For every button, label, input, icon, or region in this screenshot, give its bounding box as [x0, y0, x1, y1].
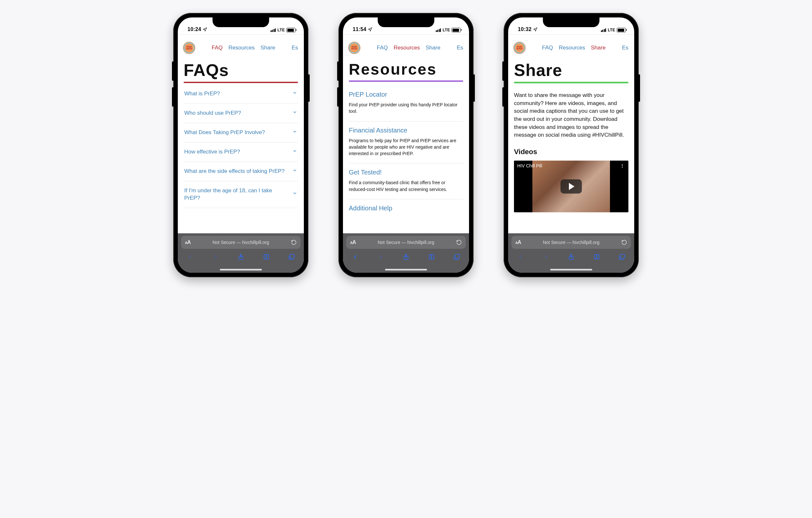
status-right: LTE	[601, 28, 626, 32]
refresh-icon[interactable]	[456, 239, 462, 245]
video-header: HIV Chill Pill ⋮	[517, 163, 625, 169]
status-right: LTE	[436, 28, 461, 32]
status-right: LTE	[270, 28, 295, 32]
location-arrow-icon	[533, 27, 538, 32]
phone-screen-share: 10:32 LTE END AIDS FAQ Resources Shar	[508, 18, 634, 273]
home-indicator[interactable]	[181, 266, 300, 273]
resource-item[interactable]: Additional Help	[349, 200, 463, 215]
address-bar[interactable]: AA Not Secure — hivchillpill.org	[346, 236, 466, 249]
nav-share[interactable]: Share	[591, 44, 605, 51]
nav-share[interactable]: Share	[261, 44, 275, 51]
refresh-icon[interactable]	[291, 239, 297, 245]
page-content-resources[interactable]: Resources PrEP Locator Find your PrEP pr…	[343, 60, 469, 233]
nav-resources[interactable]: Resources	[559, 44, 585, 51]
tabs-icon[interactable]	[617, 253, 627, 261]
faq-question: How effective is PrEP?	[184, 148, 240, 156]
text-size-button[interactable]: AA	[350, 239, 356, 245]
chevron-down-icon	[292, 168, 297, 175]
resource-item[interactable]: Get Tested! Find a community-based clini…	[349, 163, 463, 200]
home-indicator[interactable]	[346, 266, 466, 273]
share-icon[interactable]	[567, 253, 576, 261]
back-button[interactable]	[185, 254, 195, 260]
nav-center: FAQ Resources Share	[362, 44, 455, 51]
page-content-faq[interactable]: FAQs What is PrEP? Who should use PrEP? …	[178, 60, 304, 233]
faq-item[interactable]: Who should use PrEP?	[183, 104, 298, 123]
status-bar: 10:24 LTE	[178, 18, 304, 34]
status-time: 10:24	[187, 27, 201, 32]
status-left: 11:54	[353, 27, 372, 32]
share-icon[interactable]	[402, 253, 410, 261]
videos-heading: Videos	[514, 148, 629, 156]
end-aids-logo[interactable]: END AIDS	[348, 42, 360, 54]
status-bar: 11:54 LTE	[343, 18, 469, 34]
nav-language-toggle[interactable]: Es	[457, 44, 464, 51]
site-nav: END AIDS FAQ Resources Share Es	[508, 35, 634, 60]
back-button[interactable]	[351, 254, 360, 260]
end-aids-logo[interactable]: END AIDS	[183, 42, 195, 54]
refresh-icon[interactable]	[621, 239, 627, 245]
faq-question: If I'm under the age of 18, can I take P…	[184, 187, 286, 202]
safari-toolbar: AA Not Secure — hivchillpill.org	[343, 233, 469, 273]
text-size-button[interactable]: AA	[515, 239, 521, 245]
nav-resources[interactable]: Resources	[394, 44, 420, 51]
play-icon[interactable]	[560, 179, 582, 193]
chevron-down-icon	[292, 90, 297, 98]
status-time: 11:54	[353, 27, 366, 32]
resource-desc: Find your PrEP provider using this handy…	[349, 101, 463, 115]
resource-item[interactable]: PrEP Locator Find your PrEP provider usi…	[349, 86, 463, 122]
nav-resources[interactable]: Resources	[229, 44, 255, 51]
tabs-icon[interactable]	[452, 253, 461, 261]
forward-button[interactable]	[542, 254, 550, 260]
bookmarks-icon[interactable]	[262, 253, 271, 261]
section-rule	[349, 81, 463, 82]
url-label: Not Secure — hivchillpill.org	[191, 240, 291, 245]
safari-toolbar: AA Not Secure — hivchillpill.org	[178, 233, 304, 273]
faq-item[interactable]: What Does Taking PrEP Involve?	[183, 123, 298, 143]
address-bar[interactable]: AA Not Secure — hivchillpill.org	[512, 236, 631, 249]
bookmarks-icon[interactable]	[427, 253, 436, 261]
faq-item[interactable]: What are the side effects of taking PrEP…	[183, 162, 298, 181]
video-embed[interactable]: HIV Chill Pill ⋮	[514, 161, 629, 212]
nav-language-toggle[interactable]: Es	[622, 44, 629, 51]
text-size-button[interactable]: AA	[185, 239, 191, 245]
page-content-share[interactable]: Share Want to share the message with you…	[508, 60, 634, 233]
bookmarks-icon[interactable]	[592, 253, 601, 261]
home-indicator[interactable]	[512, 266, 631, 273]
resource-item[interactable]: Financial Assistance Programs to help pa…	[349, 122, 463, 164]
forward-button[interactable]	[376, 254, 385, 260]
chevron-down-icon	[292, 129, 297, 136]
nav-faq[interactable]: FAQ	[212, 44, 223, 51]
battery-icon	[617, 28, 626, 32]
nav-faq[interactable]: FAQ	[542, 44, 553, 51]
battery-icon	[452, 28, 461, 32]
url-label: Not Secure — hivchillpill.org	[356, 240, 456, 245]
resource-title: Get Tested!	[349, 169, 463, 176]
faq-question: What Does Taking PrEP Involve?	[184, 129, 265, 136]
svg-rect-1	[290, 254, 294, 258]
nav-faq[interactable]: FAQ	[377, 44, 388, 51]
nav-share[interactable]: Share	[426, 44, 440, 51]
phone-frame-faq: 10:24 LTE END AIDS FAQ Resources Shar	[173, 13, 309, 277]
share-icon[interactable]	[236, 253, 245, 261]
end-aids-logo[interactable]: END AIDS	[513, 42, 526, 54]
phone-frame-share: 10:32 LTE END AIDS FAQ Resources Shar	[503, 13, 639, 277]
faq-item[interactable]: If I'm under the age of 18, can I take P…	[183, 181, 298, 208]
page-title: Resources	[349, 62, 463, 77]
page-title: FAQs	[183, 62, 298, 79]
chevron-down-icon	[292, 148, 297, 156]
nav-language-toggle[interactable]: Es	[292, 44, 299, 51]
faq-item[interactable]: What is PrEP?	[183, 87, 298, 104]
site-nav: END AIDS FAQ Resources Share Es	[343, 35, 469, 60]
safari-toolbar: AA Not Secure — hivchillpill.org	[508, 233, 634, 273]
forward-button[interactable]	[211, 254, 220, 260]
resource-title: PrEP Locator	[349, 91, 463, 98]
back-button[interactable]	[516, 254, 525, 260]
video-menu-icon[interactable]: ⋮	[620, 163, 625, 169]
faq-list: What is PrEP? Who should use PrEP? What …	[183, 87, 298, 208]
address-bar[interactable]: AA Not Secure — hivchillpill.org	[181, 236, 300, 249]
section-rule	[514, 82, 629, 83]
faq-question: What is PrEP?	[184, 90, 220, 98]
faq-item[interactable]: How effective is PrEP?	[183, 143, 298, 162]
tabs-icon[interactable]	[287, 253, 296, 261]
location-arrow-icon	[368, 27, 372, 32]
